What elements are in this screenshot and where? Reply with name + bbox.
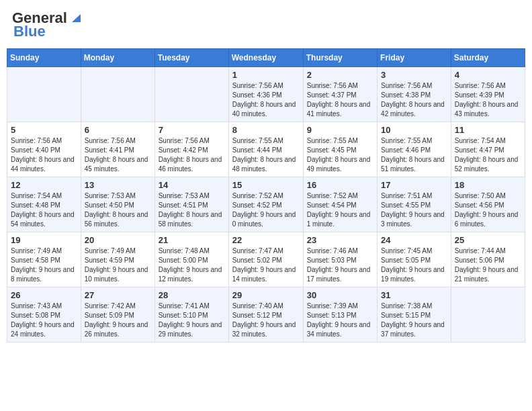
day-number: 25 — [455, 235, 521, 245]
calendar-cell: 31Sunrise: 7:38 AM Sunset: 5:15 PM Dayli… — [378, 287, 451, 342]
day-info: Sunrise: 7:45 AM Sunset: 5:05 PM Dayligh… — [381, 246, 447, 284]
day-info: Sunrise: 7:49 AM Sunset: 4:59 PM Dayligh… — [85, 246, 151, 284]
calendar-cell — [154, 67, 228, 122]
calendar-cell: 25Sunrise: 7:44 AM Sunset: 5:06 PM Dayli… — [451, 232, 525, 287]
calendar-cell: 3Sunrise: 7:56 AM Sunset: 4:38 PM Daylig… — [378, 67, 451, 122]
day-number: 28 — [159, 290, 225, 300]
day-number: 27 — [85, 290, 151, 300]
calendar-cell: 26Sunrise: 7:43 AM Sunset: 5:08 PM Dayli… — [7, 287, 81, 342]
day-info: Sunrise: 7:56 AM Sunset: 4:42 PM Dayligh… — [159, 136, 225, 174]
calendar-cell: 16Sunrise: 7:52 AM Sunset: 4:54 PM Dayli… — [303, 177, 377, 232]
day-number: 3 — [381, 70, 447, 80]
day-number: 7 — [159, 125, 225, 135]
day-info: Sunrise: 7:54 AM Sunset: 4:48 PM Dayligh… — [11, 191, 77, 229]
day-info: Sunrise: 7:53 AM Sunset: 4:51 PM Dayligh… — [159, 191, 225, 229]
weekday-header-sunday: Sunday — [7, 49, 81, 67]
page-header: General Blue — [7, 7, 525, 43]
day-info: Sunrise: 7:44 AM Sunset: 5:06 PM Dayligh… — [455, 246, 521, 284]
day-number: 10 — [381, 125, 447, 135]
calendar-cell: 8Sunrise: 7:55 AM Sunset: 4:44 PM Daylig… — [228, 122, 303, 177]
calendar-cell: 15Sunrise: 7:52 AM Sunset: 4:52 PM Dayli… — [228, 177, 303, 232]
week-row-1: 1Sunrise: 7:56 AM Sunset: 4:36 PM Daylig… — [7, 67, 525, 122]
day-number: 12 — [11, 180, 77, 190]
day-info: Sunrise: 7:52 AM Sunset: 4:52 PM Dayligh… — [232, 191, 300, 229]
day-number: 24 — [381, 235, 447, 245]
calendar-cell: 4Sunrise: 7:56 AM Sunset: 4:39 PM Daylig… — [451, 67, 525, 122]
day-info: Sunrise: 7:56 AM Sunset: 4:40 PM Dayligh… — [11, 136, 77, 174]
day-number: 11 — [455, 125, 521, 135]
day-number: 16 — [307, 180, 373, 190]
calendar-cell: 30Sunrise: 7:39 AM Sunset: 5:13 PM Dayli… — [303, 287, 377, 342]
day-info: Sunrise: 7:43 AM Sunset: 5:08 PM Dayligh… — [11, 302, 77, 339]
day-number: 8 — [232, 125, 300, 135]
day-info: Sunrise: 7:52 AM Sunset: 4:54 PM Dayligh… — [307, 191, 373, 229]
calendar-cell: 2Sunrise: 7:56 AM Sunset: 4:37 PM Daylig… — [303, 67, 377, 122]
logo-icon — [69, 10, 83, 25]
calendar-cell: 24Sunrise: 7:45 AM Sunset: 5:05 PM Dayli… — [378, 232, 451, 287]
day-info: Sunrise: 7:53 AM Sunset: 4:50 PM Dayligh… — [85, 191, 151, 229]
weekday-header-tuesday: Tuesday — [154, 49, 228, 67]
day-number: 18 — [455, 180, 521, 190]
calendar-cell: 21Sunrise: 7:48 AM Sunset: 5:00 PM Dayli… — [154, 232, 228, 287]
day-info: Sunrise: 7:54 AM Sunset: 4:47 PM Dayligh… — [455, 136, 521, 174]
weekday-header-monday: Monday — [81, 49, 154, 67]
calendar-cell: 28Sunrise: 7:41 AM Sunset: 5:10 PM Dayli… — [154, 287, 228, 342]
day-info: Sunrise: 7:50 AM Sunset: 4:56 PM Dayligh… — [455, 191, 521, 229]
day-info: Sunrise: 7:40 AM Sunset: 5:12 PM Dayligh… — [232, 302, 300, 339]
week-row-3: 12Sunrise: 7:54 AM Sunset: 4:48 PM Dayli… — [7, 177, 525, 232]
day-number: 22 — [232, 235, 300, 245]
calendar-table: SundayMondayTuesdayWednesdayThursdayFrid… — [7, 48, 525, 342]
day-info: Sunrise: 7:55 AM Sunset: 4:44 PM Dayligh… — [232, 136, 300, 174]
calendar-cell: 20Sunrise: 7:49 AM Sunset: 4:59 PM Dayli… — [81, 232, 154, 287]
day-number: 21 — [159, 235, 225, 245]
calendar-cell: 18Sunrise: 7:50 AM Sunset: 4:56 PM Dayli… — [451, 177, 525, 232]
calendar-cell: 12Sunrise: 7:54 AM Sunset: 4:48 PM Dayli… — [7, 177, 81, 232]
day-info: Sunrise: 7:38 AM Sunset: 5:15 PM Dayligh… — [381, 302, 447, 339]
calendar-cell: 17Sunrise: 7:51 AM Sunset: 4:55 PM Dayli… — [378, 177, 451, 232]
day-info: Sunrise: 7:49 AM Sunset: 4:58 PM Dayligh… — [11, 246, 77, 284]
day-number: 19 — [11, 235, 77, 245]
week-row-5: 26Sunrise: 7:43 AM Sunset: 5:08 PM Dayli… — [7, 287, 525, 342]
day-number: 31 — [381, 290, 447, 300]
day-info: Sunrise: 7:55 AM Sunset: 4:46 PM Dayligh… — [381, 136, 447, 174]
day-number: 30 — [307, 290, 373, 300]
calendar-cell: 13Sunrise: 7:53 AM Sunset: 4:50 PM Dayli… — [81, 177, 154, 232]
calendar-cell: 10Sunrise: 7:55 AM Sunset: 4:46 PM Dayli… — [378, 122, 451, 177]
day-number: 6 — [85, 125, 151, 135]
day-number: 2 — [307, 70, 373, 80]
day-info: Sunrise: 7:56 AM Sunset: 4:39 PM Dayligh… — [455, 81, 521, 119]
calendar-cell: 29Sunrise: 7:40 AM Sunset: 5:12 PM Dayli… — [228, 287, 303, 342]
day-number: 14 — [159, 180, 225, 190]
day-number: 15 — [232, 180, 300, 190]
calendar-cell: 9Sunrise: 7:55 AM Sunset: 4:45 PM Daylig… — [303, 122, 377, 177]
day-number: 5 — [11, 125, 77, 135]
week-row-2: 5Sunrise: 7:56 AM Sunset: 4:40 PM Daylig… — [7, 122, 525, 177]
calendar-cell: 22Sunrise: 7:47 AM Sunset: 5:02 PM Dayli… — [228, 232, 303, 287]
calendar-cell: 1Sunrise: 7:56 AM Sunset: 4:36 PM Daylig… — [228, 67, 303, 122]
day-info: Sunrise: 7:48 AM Sunset: 5:00 PM Dayligh… — [159, 246, 225, 284]
calendar-cell — [81, 67, 154, 122]
calendar-cell: 11Sunrise: 7:54 AM Sunset: 4:47 PM Dayli… — [451, 122, 525, 177]
weekday-header-thursday: Thursday — [303, 49, 377, 67]
calendar-cell — [451, 287, 525, 342]
weekday-header-friday: Friday — [378, 49, 451, 67]
weekday-header-row: SundayMondayTuesdayWednesdayThursdayFrid… — [7, 49, 525, 67]
calendar-cell: 5Sunrise: 7:56 AM Sunset: 4:40 PM Daylig… — [7, 122, 81, 177]
day-number: 23 — [307, 235, 373, 245]
day-info: Sunrise: 7:47 AM Sunset: 5:02 PM Dayligh… — [232, 246, 300, 284]
day-number: 4 — [455, 70, 521, 80]
calendar-cell: 19Sunrise: 7:49 AM Sunset: 4:58 PM Dayli… — [7, 232, 81, 287]
day-number: 9 — [307, 125, 373, 135]
calendar-cell: 14Sunrise: 7:53 AM Sunset: 4:51 PM Dayli… — [154, 177, 228, 232]
calendar-cell — [7, 67, 81, 122]
day-info: Sunrise: 7:39 AM Sunset: 5:13 PM Dayligh… — [307, 302, 373, 339]
svg-marker-0 — [72, 14, 81, 22]
day-info: Sunrise: 7:56 AM Sunset: 4:38 PM Dayligh… — [381, 81, 447, 119]
day-number: 17 — [381, 180, 447, 190]
day-info: Sunrise: 7:56 AM Sunset: 4:41 PM Dayligh… — [85, 136, 151, 174]
calendar-cell: 7Sunrise: 7:56 AM Sunset: 4:42 PM Daylig… — [154, 122, 228, 177]
day-info: Sunrise: 7:56 AM Sunset: 4:36 PM Dayligh… — [232, 81, 300, 119]
day-number: 13 — [85, 180, 151, 190]
weekday-header-wednesday: Wednesday — [228, 49, 303, 67]
day-info: Sunrise: 7:51 AM Sunset: 4:55 PM Dayligh… — [381, 191, 447, 229]
